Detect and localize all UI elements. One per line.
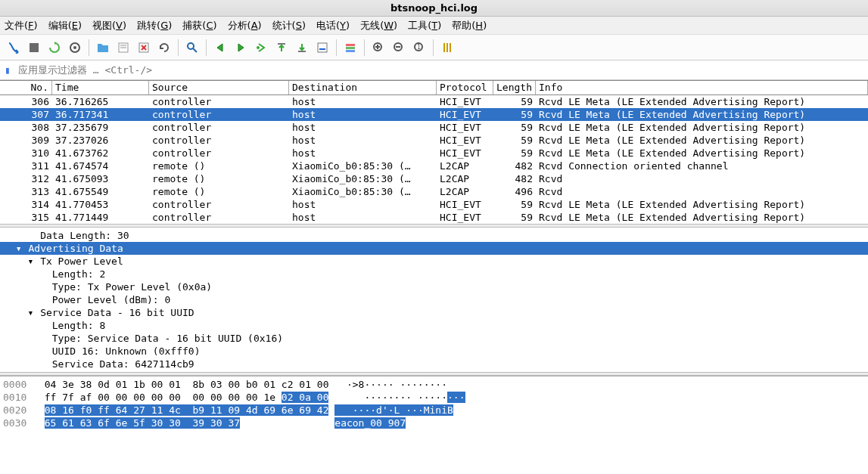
packet-list-header: No. Time Source Destination Protocol Len… xyxy=(0,80,868,95)
detail-row[interactable]: UUID 16: Unknown (0xfff0) xyxy=(0,345,868,358)
menu-item[interactable]: 视图(V) xyxy=(92,19,126,33)
svg-rect-18 xyxy=(346,50,355,52)
packet-row[interactable]: 31441.770453controllerhostHCI_EVT59Rcvd … xyxy=(0,198,868,211)
stop-capture-button[interactable] xyxy=(25,39,43,57)
packet-row[interactable]: 30636.716265controllerhostHCI_EVT59Rcvd … xyxy=(0,95,868,108)
separator xyxy=(364,39,365,56)
go-first-button[interactable] xyxy=(272,39,291,57)
hex-row[interactable]: 0010 ff 7f af 00 00 00 00 00 00 00 00 00… xyxy=(3,391,865,404)
packet-list[interactable]: 30636.716265controllerhostHCI_EVT59Rcvd … xyxy=(0,95,868,224)
start-capture-button[interactable] xyxy=(5,39,23,57)
svg-text:1: 1 xyxy=(417,44,421,51)
hex-row[interactable]: 0020 08 16 f0 ff 64 27 11 4c b9 11 09 4d… xyxy=(3,404,865,417)
col-len[interactable]: Length xyxy=(493,81,536,94)
menu-item[interactable]: 统计(S) xyxy=(272,19,306,33)
menu-item[interactable]: 分析(A) xyxy=(228,19,262,33)
go-forward-button[interactable] xyxy=(232,39,250,57)
bookmark-icon[interactable]: ▮ xyxy=(0,64,15,76)
separator xyxy=(336,39,337,56)
detail-row[interactable]: ▾ Tx Power Level xyxy=(0,255,868,268)
packet-row[interactable]: 31241.675093remote ()XiaomiCo_b0:85:30 (… xyxy=(0,172,868,185)
svg-rect-17 xyxy=(346,47,355,49)
toolbar: 1 xyxy=(0,35,868,60)
menu-item[interactable]: 跳转(G) xyxy=(137,19,172,33)
auto-scroll-button[interactable] xyxy=(313,39,331,57)
go-back-button[interactable] xyxy=(211,39,229,57)
packet-row[interactable]: 30937.237026controllerhostHCI_EVT59Rcvd … xyxy=(0,134,868,147)
resize-columns-button[interactable] xyxy=(438,39,456,57)
find-button[interactable] xyxy=(183,39,201,57)
detail-row[interactable]: Type: Tx Power Level (0x0a) xyxy=(0,280,868,293)
reload-button[interactable] xyxy=(155,39,173,57)
window-title: btsnoop_hci.log xyxy=(0,0,868,17)
packet-row[interactable]: 30736.717341controllerhostHCI_EVT59Rcvd … xyxy=(0,108,868,121)
hex-row[interactable]: 0000 04 3e 38 0d 01 1b 00 01 8b 03 00 b0… xyxy=(3,378,865,391)
svg-rect-16 xyxy=(346,44,355,46)
detail-row[interactable]: ▾ Advertising Data xyxy=(0,242,868,255)
hex-row[interactable]: 0030 65 61 63 6f 6e 5f 30 30 39 30 37 ea… xyxy=(3,417,865,429)
menu-item[interactable]: 工具(T) xyxy=(408,19,441,33)
menubar: 文件(F)编辑(E)视图(V)跳转(G)捕获(C)分析(A)统计(S)电话(Y)… xyxy=(0,17,868,35)
separator xyxy=(178,39,179,56)
packet-row[interactable]: 31541.771449controllerhostHCI_EVT59Rcvd … xyxy=(0,211,868,224)
svg-rect-14 xyxy=(318,43,327,52)
col-info[interactable]: Info xyxy=(536,81,868,94)
detail-row[interactable]: ▾ Service Data - 16 bit UUID xyxy=(0,306,868,319)
display-filter-input[interactable] xyxy=(15,62,868,78)
svg-point-2 xyxy=(73,46,76,49)
detail-row[interactable]: Length: 2 xyxy=(0,268,868,280)
menu-item[interactable]: 编辑(E) xyxy=(48,19,82,33)
filter-bar: ▮ xyxy=(0,60,868,80)
detail-row[interactable]: Length: 8 xyxy=(0,319,868,332)
open-file-button[interactable] xyxy=(94,39,112,57)
menu-item[interactable]: 帮助(H) xyxy=(452,19,487,33)
detail-row[interactable]: Power Level (dBm): 0 xyxy=(0,293,868,306)
col-no[interactable]: No. xyxy=(0,81,52,94)
packet-row[interactable]: 31341.675549remote ()XiaomiCo_b0:85:30 (… xyxy=(0,185,868,198)
svg-line-10 xyxy=(193,48,197,52)
separator xyxy=(89,39,89,56)
menu-item[interactable]: 无线(W) xyxy=(360,19,397,33)
packet-row[interactable]: 31141.674574remote ()XiaomiCo_b0:85:30 (… xyxy=(0,160,868,172)
packet-details[interactable]: Data Length: 30 ▾ Advertising Data ▾ Tx … xyxy=(0,228,868,372)
col-dst[interactable]: Destination xyxy=(289,81,437,94)
packet-bytes[interactable]: 0000 04 3e 38 0d 01 1b 00 01 8b 03 00 b0… xyxy=(0,376,868,431)
packet-row[interactable]: 30837.235679controllerhostHCI_EVT59Rcvd … xyxy=(0,121,868,134)
svg-point-11 xyxy=(257,46,260,49)
zoom-out-button[interactable] xyxy=(390,39,408,57)
go-last-button[interactable] xyxy=(293,39,311,57)
close-file-button[interactable] xyxy=(135,39,153,57)
packet-row[interactable]: 31041.673762controllerhostHCI_EVT59Rcvd … xyxy=(0,147,868,160)
separator xyxy=(206,39,207,56)
detail-row[interactable]: Data Length: 30 xyxy=(0,229,868,242)
restart-capture-button[interactable] xyxy=(45,39,64,57)
zoom-reset-button[interactable]: 1 xyxy=(410,39,428,57)
separator xyxy=(433,39,434,56)
col-src[interactable]: Source xyxy=(149,81,289,94)
menu-item[interactable]: 电话(Y) xyxy=(316,19,350,33)
detail-row[interactable]: Type: Service Data - 16 bit UUID (0x16) xyxy=(0,332,868,345)
zoom-in-button[interactable] xyxy=(369,39,387,57)
menu-item[interactable]: 文件(F) xyxy=(5,19,38,33)
menu-item[interactable]: 捕获(C) xyxy=(182,19,216,33)
colorize-button[interactable] xyxy=(341,39,359,57)
save-file-button[interactable] xyxy=(114,39,132,57)
col-proto[interactable]: Protocol xyxy=(437,81,493,94)
svg-point-9 xyxy=(188,43,194,49)
svg-rect-0 xyxy=(30,43,39,52)
options-button[interactable] xyxy=(66,39,84,57)
col-time[interactable]: Time xyxy=(52,81,149,94)
go-to-packet-button[interactable] xyxy=(252,39,270,57)
detail-row[interactable]: Service Data: 6427114cb9 xyxy=(0,358,868,370)
